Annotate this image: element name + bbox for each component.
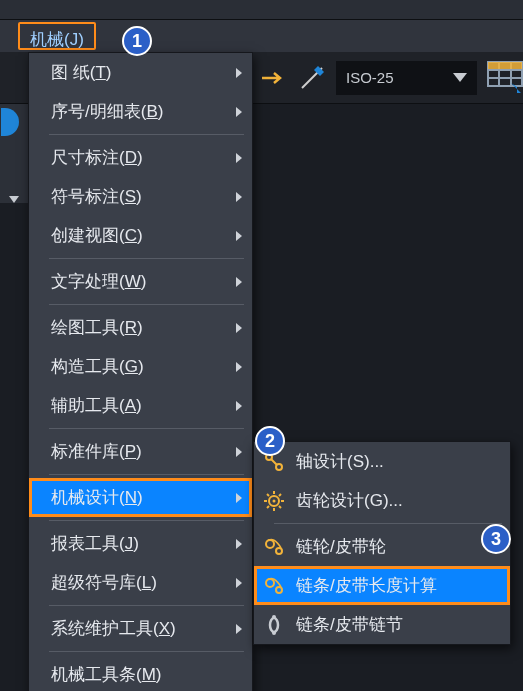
dim-style-select[interactable]: ISO-25: [336, 61, 477, 95]
menu-item-label: 系统维护工具(X): [51, 617, 176, 640]
submenu-arrow-icon: [236, 323, 242, 333]
svg-point-23: [270, 618, 278, 632]
menu-item-label: 机械工具条(M): [51, 663, 162, 686]
menu-separator: [49, 520, 244, 521]
menu-item-label: 图 纸(T): [51, 61, 111, 84]
submenu-arrow-icon: [236, 401, 242, 411]
menu-item[interactable]: 超级符号库(L): [29, 563, 252, 602]
submenu-item[interactable]: 链条/皮带长度计算: [254, 566, 510, 605]
menu-item-label: 符号标注(S): [51, 185, 142, 208]
annotation-badge-1: 1: [122, 26, 152, 56]
menu-item[interactable]: 图 纸(T): [29, 53, 252, 92]
menu-separator: [49, 304, 244, 305]
menu-item-label: 尺寸标注(D): [51, 146, 143, 169]
submenu-item[interactable]: 轴设计(S)...: [254, 442, 510, 481]
menu-item[interactable]: 辅助工具(A): [29, 386, 252, 425]
submenu-item-label: 链条/皮带长度计算: [296, 574, 437, 597]
menu-separator: [49, 651, 244, 652]
menu-separator: [49, 605, 244, 606]
svg-line-15: [267, 494, 269, 496]
submenu-arrow-icon: [236, 578, 242, 588]
annotation-badge-3: 3: [481, 524, 511, 554]
dim-style-value: ISO-25: [346, 69, 394, 86]
menu-separator: [274, 523, 502, 524]
sprocket-icon: [262, 535, 286, 559]
submenu-arrow-icon: [236, 624, 242, 634]
submenu-arrow-icon: [236, 539, 242, 549]
submenu-item-label: 齿轮设计(G)...: [296, 489, 403, 512]
submenu-arrow-icon: [236, 192, 242, 202]
submenu-arrow-icon: [236, 493, 242, 503]
menu-separator: [49, 474, 244, 475]
svg-rect-5: [488, 62, 522, 69]
menu-item-label: 绘图工具(R): [51, 316, 143, 339]
svg-point-22: [276, 587, 282, 593]
chain-length-icon: [262, 574, 286, 598]
menu-item-label: 标准件库(P): [51, 440, 142, 463]
submenu-arrow-icon: [236, 153, 242, 163]
pencil-line-icon[interactable]: [298, 62, 326, 94]
submenu-item[interactable]: 齿轮设计(G)...: [254, 481, 510, 520]
menu-separator: [49, 258, 244, 259]
svg-line-8: [271, 459, 277, 465]
menu-item[interactable]: 文字处理(W): [29, 262, 252, 301]
menu-item[interactable]: 机械工具条(M): [29, 655, 252, 691]
annotation-badge-2: 2: [255, 426, 285, 456]
submenu-arrow-icon: [236, 107, 242, 117]
left-panel: [0, 104, 28, 203]
submenu-item-label: 链条/皮带链节: [296, 613, 403, 636]
menubar: 机械(J): [0, 20, 523, 52]
menu-item-label: 超级符号库(L): [51, 571, 157, 594]
submenu-arrow-icon: [236, 447, 242, 457]
svg-point-20: [276, 548, 282, 554]
menu-item[interactable]: 绘图工具(R): [29, 308, 252, 347]
menu-separator: [49, 428, 244, 429]
arrow-tool-icon[interactable]: [260, 62, 288, 94]
mechanical-menu-dropdown: 图 纸(T)序号/明细表(B)尺寸标注(D)符号标注(S)创建视图(C)文字处理…: [28, 52, 253, 691]
menu-item[interactable]: 符号标注(S): [29, 177, 252, 216]
menu-separator: [49, 134, 244, 135]
mechanical-design-submenu: 轴设计(S)...齿轮设计(G)...链轮/皮带轮链条/皮带长度计算链条/皮带链…: [253, 441, 511, 645]
menu-item-label: 机械设计(N): [51, 486, 143, 509]
chevron-down-icon: [453, 73, 467, 82]
svg-line-18: [279, 494, 281, 496]
menu-item[interactable]: 构造工具(G): [29, 347, 252, 386]
submenu-item[interactable]: 链轮/皮带轮: [254, 527, 510, 566]
menu-item[interactable]: 标准件库(P): [29, 432, 252, 471]
svg-point-25: [272, 631, 276, 635]
submenu-arrow-icon: [236, 231, 242, 241]
submenu-arrow-icon: [236, 68, 242, 78]
chevron-down-icon[interactable]: [9, 196, 19, 203]
menu-mechanical[interactable]: 机械(J): [18, 22, 96, 50]
submenu-item-label: 轴设计(S)...: [296, 450, 384, 473]
menu-item-label: 报表工具(J): [51, 532, 139, 555]
submenu-arrow-icon: [236, 277, 242, 287]
svg-point-24: [272, 615, 276, 619]
titlebar: [0, 0, 523, 20]
submenu-item-label: 链轮/皮带轮: [296, 535, 386, 558]
gear-icon: [262, 489, 286, 513]
submenu-item[interactable]: 链条/皮带链节: [254, 605, 510, 644]
svg-line-16: [279, 506, 281, 508]
menu-item[interactable]: 尺寸标注(D): [29, 138, 252, 177]
menu-item[interactable]: 报表工具(J): [29, 524, 252, 563]
chain-link-icon: [262, 613, 286, 637]
menu-item-label: 辅助工具(A): [51, 394, 142, 417]
menu-item[interactable]: 机械设计(N): [29, 478, 252, 517]
svg-point-10: [273, 499, 276, 502]
menu-item-label: 构造工具(G): [51, 355, 144, 378]
menu-item-label: 创建视图(C): [51, 224, 143, 247]
menu-item[interactable]: 序号/明细表(B): [29, 92, 252, 131]
table-style-icon[interactable]: [487, 61, 523, 95]
panel-tab-icon[interactable]: [1, 108, 19, 136]
menu-item[interactable]: 系统维护工具(X): [29, 609, 252, 648]
menu-item-label: 序号/明细表(B): [51, 100, 163, 123]
submenu-arrow-icon: [236, 362, 242, 372]
menu-item-label: 文字处理(W): [51, 270, 146, 293]
svg-line-17: [267, 506, 269, 508]
menu-item[interactable]: 创建视图(C): [29, 216, 252, 255]
